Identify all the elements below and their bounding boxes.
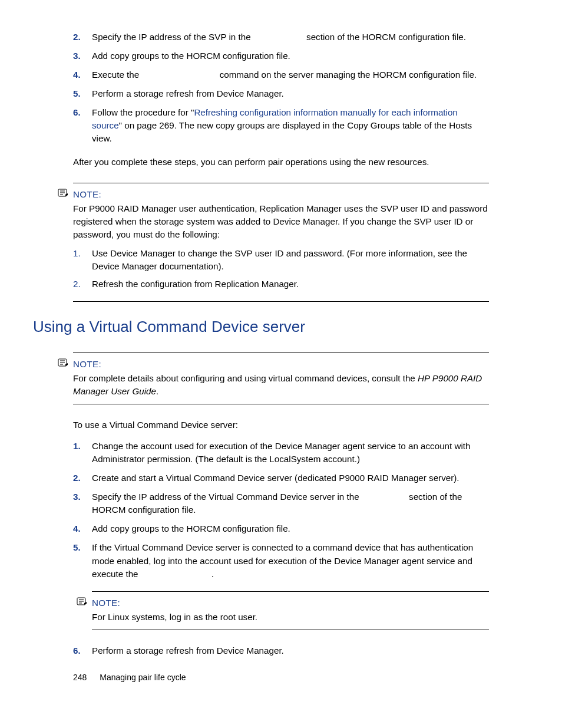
note-block: NOTE: For Linux systems, log in as the r… [92, 591, 489, 630]
list-item: 3. Specify the IP address of the Virtual… [73, 490, 489, 516]
list-item: 5. If the Virtual Command Device server … [73, 541, 489, 580]
text: command on the server managing the HORCM… [217, 70, 477, 80]
step-number: 3. [73, 50, 92, 62]
step-number: 1. [73, 440, 92, 466]
list-item: 1. Use Device Manager to change the SVP … [73, 247, 489, 273]
step-number: 1. [73, 247, 92, 273]
footer-title: Managing pair life cycle [100, 673, 186, 682]
step-body: Perform a storage refresh from Device Ma… [92, 87, 489, 100]
list-item: 6. Follow the procedure for "Refreshing … [73, 106, 489, 145]
lead-paragraph: To use a Virtual Command Device server: [73, 419, 489, 431]
list-item: 1. Change the account used for execution… [73, 440, 489, 466]
text: Specify the IP address of the Virtual Co… [92, 492, 362, 502]
step-body: Specify the IP address of the Virtual Co… [92, 490, 489, 516]
step-body: Use Device Manager to change the SVP use… [92, 247, 489, 273]
list-item: 2. Create and start a Virtual Command De… [73, 472, 489, 485]
page-footer: 248 Managing pair life cycle [73, 671, 186, 683]
list-item: 2. Specify the IP address of the SVP in … [73, 31, 489, 44]
list-item: 4. Execute the command on the server man… [73, 68, 489, 81]
step-body: If the Virtual Command Device server is … [92, 541, 489, 580]
note-icon [58, 189, 68, 198]
note-label: NOTE: [92, 598, 120, 608]
bottom-steps-list: 1. Change the account used for execution… [73, 440, 489, 580]
text: Follow the procedure for " [92, 107, 194, 117]
step-number: 6. [73, 106, 92, 145]
step-number: 4. [73, 68, 92, 81]
document-page: 2. Specify the IP address of the SVP in … [0, 0, 562, 728]
text: Execute the [92, 70, 141, 80]
list-item: 2. Refresh the configuration from Replic… [73, 278, 489, 291]
text: " on page 269. The new copy groups are d… [92, 120, 472, 143]
step-body: Add copy groups to the HORCM configurati… [92, 522, 489, 535]
note-text: For Linux systems, log in as the root us… [92, 611, 489, 624]
step-number: 5. [73, 541, 92, 580]
bottom-steps-list-cont: 6. Perform a storage refresh from Device… [73, 644, 489, 657]
step-body: Add copy groups to the HORCM configurati… [92, 50, 489, 62]
step-number: 5. [73, 87, 92, 100]
note-text: For P9000 RAID Manager user authenticati… [73, 202, 489, 241]
step-number: 2. [73, 278, 92, 291]
note-block: NOTE: For P9000 RAID Manager user authen… [73, 183, 489, 302]
step-body: Follow the procedure for "Refreshing con… [92, 106, 489, 145]
note-block: NOTE: For complete details about configu… [73, 353, 489, 404]
text: For complete details about configuring a… [73, 373, 418, 383]
step-body: Execute the command on the server managi… [92, 68, 489, 81]
step-number: 6. [73, 644, 92, 657]
text: section of the HORCM configuration file. [304, 32, 466, 42]
note-text: For complete details about configuring a… [73, 372, 489, 398]
step-number: 3. [73, 490, 92, 516]
note-icon [77, 597, 87, 607]
list-item: 3. Add copy groups to the HORCM configur… [73, 50, 489, 62]
step-body: Perform a storage refresh from Device Ma… [92, 644, 489, 657]
step-body: Create and start a Virtual Command Devic… [92, 472, 489, 485]
text: . [211, 569, 214, 579]
step-body: Specify the IP address of the SVP in the… [92, 31, 489, 44]
top-steps-list: 2. Specify the IP address of the SVP in … [73, 31, 489, 145]
text: Specify the IP address of the SVP in the [92, 32, 253, 42]
step-number: 2. [73, 472, 92, 485]
list-item: 4. Add copy groups to the HORCM configur… [73, 522, 489, 535]
step-body: Change the account used for execution of… [92, 440, 489, 466]
step-number: 2. [73, 31, 92, 44]
step-body: Refresh the configuration from Replicati… [92, 278, 489, 291]
list-item: 5. Perform a storage refresh from Device… [73, 87, 489, 100]
text: . [156, 386, 158, 396]
note-label: NOTE: [73, 359, 101, 369]
page-number: 248 [73, 673, 87, 682]
step-number: 4. [73, 522, 92, 535]
note-sublist: 1. Use Device Manager to change the SVP … [73, 247, 489, 291]
list-item: 6. Perform a storage refresh from Device… [73, 644, 489, 657]
note-label: NOTE: [73, 189, 101, 199]
paragraph: After you complete these steps, you can … [73, 156, 489, 169]
text: If the Virtual Command Device server is … [92, 542, 473, 578]
note-icon [58, 358, 68, 368]
section-heading: Using a Virtual Command Device server [33, 316, 489, 338]
